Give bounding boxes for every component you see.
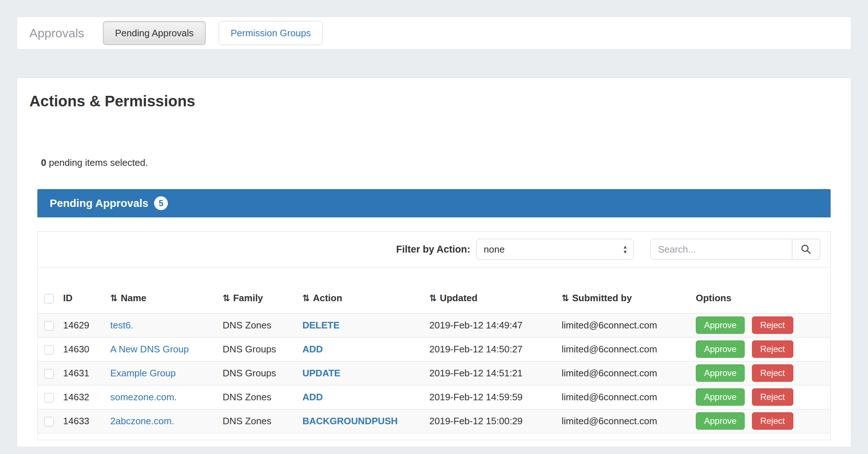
approvals-table-body: 14629 test6. DNS Zones DELETE 2019-Feb-1… (38, 313, 830, 433)
reject-button[interactable]: Reject (752, 388, 793, 406)
sort-icon: ⇅ (110, 293, 118, 303)
col-options: Options (690, 267, 830, 313)
row-updated: 2019-Feb-12 15:00:29 (423, 409, 556, 433)
col-updated[interactable]: ⇅Updated (423, 267, 556, 313)
col-select (38, 267, 57, 313)
col-name-label: Name (121, 293, 146, 303)
row-name-link[interactable]: test6. (110, 320, 133, 331)
approve-button[interactable]: Approve (696, 340, 745, 358)
row-name-link[interactable]: A New DNS Group (110, 344, 189, 355)
row-submitted-by: limited@6connect.com (556, 385, 690, 409)
row-id: 14633 (57, 409, 104, 433)
row-action-link[interactable]: ADD (302, 344, 323, 355)
count-badge: 5 (154, 196, 168, 210)
header-bar: Approvals Pending Approvals Permission G… (17, 17, 851, 49)
approvals-table: ID ⇅Name ⇅Family ⇅Action ⇅Updated ⇅Submi… (38, 267, 830, 433)
col-action-label: Action (313, 293, 342, 303)
row-action-link[interactable]: BACKGROUNDPUSH (302, 416, 398, 426)
reject-button[interactable]: Reject (752, 364, 793, 382)
selected-count: 0 (41, 157, 46, 168)
search-input[interactable] (650, 239, 792, 260)
panel-title: Pending Approvals (50, 197, 148, 209)
row-submitted-by: limited@6connect.com (556, 361, 690, 385)
reject-button[interactable]: Reject (752, 316, 793, 334)
main-card: Actions & Permissions 0 pending items se… (17, 78, 851, 447)
reject-button[interactable]: Reject (752, 412, 793, 430)
row-action-link[interactable]: DELETE (302, 320, 340, 331)
row-checkbox[interactable] (44, 417, 54, 426)
filter-label: Filter by Action: (396, 244, 470, 255)
tab-permission-groups[interactable]: Permission Groups (219, 21, 323, 45)
row-family: DNS Zones (217, 409, 297, 433)
col-action[interactable]: ⇅Action (297, 267, 423, 313)
row-submitted-by: limited@6connect.com (556, 313, 690, 337)
col-name[interactable]: ⇅Name (104, 267, 217, 313)
row-action-link[interactable]: ADD (302, 392, 323, 402)
selected-summary: 0 pending items selected. (41, 157, 851, 168)
col-options-label: Options (696, 293, 731, 303)
caret-down-icon: ▼ (623, 249, 628, 254)
row-action-link[interactable]: UPDATE (302, 368, 340, 379)
row-updated: 2019-Feb-12 14:49:47 (423, 313, 556, 337)
row-updated: 2019-Feb-12 14:50:27 (423, 337, 556, 361)
sort-icon: ⇅ (223, 293, 230, 303)
caret-up-icon: ▲ (623, 244, 628, 249)
row-name-link[interactable]: 2abczone.com. (110, 416, 174, 426)
section-title: Actions & Permissions (29, 93, 851, 110)
row-family: DNS Groups (217, 361, 297, 385)
col-updated-label: Updated (440, 293, 478, 303)
row-updated: 2019-Feb-12 14:59:59 (423, 385, 556, 409)
row-submitted-by: limited@6connect.com (556, 337, 690, 361)
row-id: 14629 (57, 313, 104, 337)
approve-button[interactable]: Approve (696, 364, 745, 382)
row-id: 14631 (57, 361, 104, 385)
row-family: DNS Zones (217, 385, 297, 409)
approve-button[interactable]: Approve (696, 388, 745, 406)
table-row: 14632 somezone.com. DNS Zones ADD 2019-F… (38, 385, 830, 409)
row-name-link[interactable]: Example Group (110, 368, 176, 379)
sort-icon: ⇅ (429, 293, 437, 303)
sort-icon: ⇅ (562, 293, 569, 303)
action-filter-value: none (484, 244, 505, 255)
row-checkbox[interactable] (44, 393, 54, 402)
approve-button[interactable]: Approve (696, 412, 745, 430)
col-family[interactable]: ⇅Family (217, 267, 297, 313)
row-checkbox[interactable] (44, 345, 54, 355)
filter-row: Filter by Action: none ▲ ▼ (38, 232, 830, 267)
search-button[interactable] (792, 239, 820, 260)
search-icon (800, 243, 812, 255)
page-title: Approvals (29, 26, 84, 40)
row-checkbox[interactable] (44, 321, 54, 331)
select-all-checkbox[interactable] (44, 294, 54, 303)
row-family: DNS Groups (217, 337, 297, 361)
row-name-link[interactable]: somezone.com. (110, 392, 177, 402)
table-row: 14631 Example Group DNS Groups UPDATE 20… (38, 361, 830, 385)
row-id: 14632 (57, 385, 104, 409)
reject-button[interactable]: Reject (752, 340, 793, 358)
table-row: 14633 2abczone.com. DNS Zones BACKGROUND… (38, 409, 830, 433)
selected-text: pending items selected. (46, 157, 148, 168)
row-family: DNS Zones (217, 313, 297, 337)
row-checkbox[interactable] (44, 369, 54, 379)
col-submitted-by-label: Submitted by (572, 293, 632, 303)
table-row: 14629 test6. DNS Zones DELETE 2019-Feb-1… (38, 313, 830, 337)
col-family-label: Family (233, 293, 263, 303)
table-row: 14630 A New DNS Group DNS Groups ADD 201… (38, 337, 830, 361)
col-submitted-by[interactable]: ⇅Submitted by (556, 267, 690, 313)
row-updated: 2019-Feb-12 14:51:21 (423, 361, 556, 385)
approvals-panel: Filter by Action: none ▲ ▼ (37, 231, 831, 440)
col-id-label: ID (63, 293, 73, 303)
row-submitted-by: limited@6connect.com (556, 409, 690, 433)
select-arrows-icon: ▲ ▼ (623, 244, 628, 254)
search-group (650, 239, 820, 260)
sort-icon: ⇅ (302, 293, 310, 303)
panel-header: Pending Approvals 5 (37, 189, 831, 217)
tab-pending-approvals[interactable]: Pending Approvals (103, 21, 206, 45)
col-id: ID (57, 267, 104, 313)
row-id: 14630 (57, 337, 104, 361)
action-filter-select[interactable]: none ▲ ▼ (476, 239, 634, 260)
approve-button[interactable]: Approve (696, 316, 745, 334)
table-header-row: ID ⇅Name ⇅Family ⇅Action ⇅Updated ⇅Submi… (38, 267, 830, 313)
